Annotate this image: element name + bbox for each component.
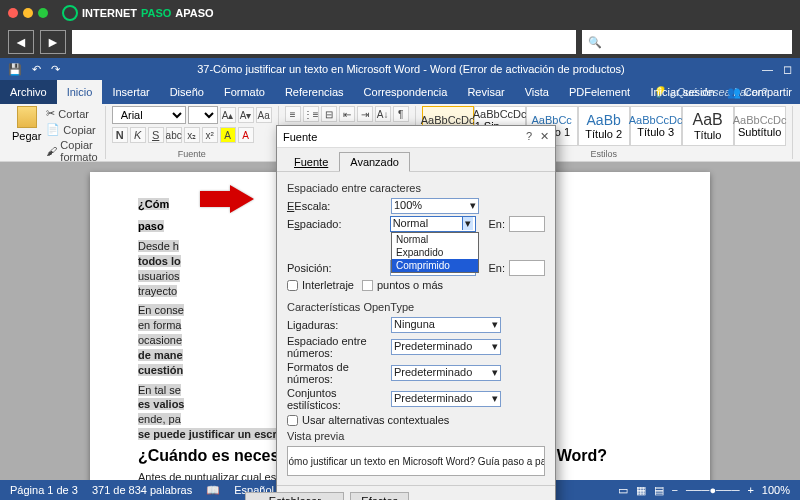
zoom-level[interactable]: 100%	[762, 484, 790, 496]
tab-advanced[interactable]: Avanzado	[339, 152, 410, 172]
window-minimize-icon[interactable]: —	[762, 63, 773, 75]
section-character-spacing: Espaciado entre caracteres	[287, 182, 545, 194]
contextual-checkbox[interactable]	[287, 415, 298, 426]
forward-button[interactable]: ►	[40, 30, 66, 54]
spacing-select[interactable]: Normal▾	[390, 216, 477, 232]
bold-button[interactable]: N	[112, 127, 128, 143]
text-effects-button[interactable]: Efectos de texto...	[350, 492, 409, 500]
zoom-out-icon[interactable]: −	[672, 484, 678, 496]
kerning-input[interactable]	[362, 280, 373, 291]
menu-file[interactable]: Archivo	[0, 80, 57, 104]
dialog-tabs: Fuente Avanzado	[277, 148, 555, 172]
menu-view[interactable]: Vista	[515, 80, 559, 104]
status-words[interactable]: 371 de 834 palabras	[92, 484, 192, 496]
redo-icon[interactable]: ↷	[51, 63, 60, 76]
underline-button[interactable]: S	[148, 127, 164, 143]
scale-select[interactable]: 100%▾	[391, 198, 479, 214]
close-window-icon[interactable]	[8, 8, 18, 18]
status-spellcheck-icon[interactable]: 📖	[206, 484, 220, 497]
style-preview: AaB	[693, 111, 723, 129]
signin-link[interactable]: Iniciar sesión	[650, 86, 714, 98]
ligatures-select[interactable]: Ninguna▾	[391, 317, 501, 333]
set-default-button[interactable]: Establecer como predeterminado	[245, 492, 344, 500]
increase-indent-icon[interactable]: ⇥	[357, 106, 373, 122]
position-by-input[interactable]	[509, 260, 545, 276]
dialog-close-icon[interactable]: ✕	[540, 130, 549, 143]
menu-pdfelement[interactable]: PDFelement	[559, 80, 640, 104]
window-restore-icon[interactable]: ◻	[783, 63, 792, 76]
change-case-icon[interactable]: Aa	[256, 107, 272, 123]
menu-format[interactable]: Formato	[214, 80, 275, 104]
spacing-option-expanded[interactable]: Expandido	[392, 246, 478, 259]
numspacing-select[interactable]: Predeterminado▾	[391, 339, 501, 355]
highlight-button[interactable]: A	[220, 127, 236, 143]
subscript-button[interactable]: x₂	[184, 127, 200, 143]
paste-label: Pegar	[12, 130, 41, 142]
decrease-indent-icon[interactable]: ⇤	[339, 106, 355, 122]
dialog-help-icon[interactable]: ?	[526, 130, 532, 143]
style-heading3[interactable]: AaBbCcDcTítulo 3	[630, 106, 682, 146]
logo-icon	[62, 5, 78, 21]
share-button[interactable]: 👥 Compartir	[727, 86, 792, 99]
undo-icon[interactable]: ↶	[32, 63, 41, 76]
tab-font[interactable]: Fuente	[283, 152, 339, 171]
style-heading2[interactable]: AaBbTítulo 2	[578, 106, 630, 146]
paste-button[interactable]: Pegar	[12, 106, 41, 142]
menu-insert[interactable]: Insertar	[102, 80, 159, 104]
menu-design[interactable]: Diseño	[160, 80, 214, 104]
view-print-icon[interactable]: ▦	[636, 484, 646, 497]
dialog-titlebar[interactable]: Fuente ? ✕	[277, 126, 555, 148]
font-dialog: Fuente ? ✕ Fuente Avanzado Espaciado ent…	[276, 125, 556, 500]
preview-box: ¿Cómo justificar un texto en Microsoft W…	[287, 446, 545, 476]
minimize-window-icon[interactable]	[23, 8, 33, 18]
font-family-select[interactable]: Arial	[112, 106, 186, 124]
menu-review[interactable]: Revisar	[457, 80, 514, 104]
font-color-button[interactable]: A	[238, 127, 254, 143]
grow-font-icon[interactable]: A▴	[220, 107, 236, 123]
svg-marker-0	[200, 185, 254, 213]
kerning-checkbox[interactable]	[287, 280, 298, 291]
style-name: Subtítulo	[738, 126, 781, 138]
strike-button[interactable]: abc	[166, 127, 182, 143]
url-input[interactable]	[72, 30, 576, 54]
cut-button[interactable]: ✂ Cortar	[45, 106, 98, 121]
font-size-select[interactable]: 1	[188, 106, 218, 124]
menu-home[interactable]: Inicio	[57, 80, 103, 104]
zoom-in-icon[interactable]: +	[747, 484, 753, 496]
kerning-label: Interletraje	[302, 279, 354, 291]
view-web-icon[interactable]: ▤	[654, 484, 664, 497]
multilevel-icon[interactable]: ⊟	[321, 106, 337, 122]
sort-icon[interactable]: A↓	[375, 106, 391, 122]
back-button[interactable]: ◄	[8, 30, 34, 54]
spacing-by-input[interactable]	[509, 216, 545, 232]
style-subtitle[interactable]: AaBbCcDcSubtítulo	[734, 106, 786, 146]
zoom-slider[interactable]: ───●───	[686, 484, 739, 496]
status-page[interactable]: Página 1 de 3	[10, 484, 78, 496]
shrink-font-icon[interactable]: A▾	[238, 107, 254, 123]
bullets-icon[interactable]: ≡	[285, 106, 301, 122]
spacing-option-normal[interactable]: Normal	[392, 233, 478, 246]
ribbon-clipboard-group: Pegar ✂ Cortar 📄 Copiar 🖌 Copiar formato…	[6, 106, 106, 159]
annotation-arrow-icon	[200, 185, 254, 215]
copy-button[interactable]: 📄 Copiar	[45, 122, 98, 137]
numforms-select[interactable]: Predeterminado▾	[391, 365, 501, 381]
menu-references[interactable]: Referencias	[275, 80, 354, 104]
scale-label: EEscala:	[287, 200, 387, 212]
search-input[interactable]	[582, 30, 792, 54]
style-title[interactable]: AaBTítulo	[682, 106, 734, 146]
maximize-window-icon[interactable]	[38, 8, 48, 18]
superscript-button[interactable]: x²	[202, 127, 218, 143]
numbering-icon[interactable]: ⋮≡	[303, 106, 319, 122]
view-readmode-icon[interactable]: ▭	[618, 484, 628, 497]
italic-button[interactable]: K	[130, 127, 146, 143]
logo-text-1: INTERNET	[82, 7, 137, 19]
save-icon[interactable]: 💾	[8, 63, 22, 76]
stylistic-select[interactable]: Predeterminado▾	[391, 391, 501, 407]
browser-navbar: ◄ ►	[0, 26, 800, 58]
spacing-option-condensed[interactable]: Comprimido	[392, 259, 478, 272]
format-painter-button[interactable]: 🖌 Copiar formato	[45, 138, 98, 164]
menu-mailings[interactable]: Correspondencia	[354, 80, 458, 104]
show-marks-icon[interactable]: ¶	[393, 106, 409, 122]
dialog-body: Espaciado entre caracteres EEscala: 100%…	[277, 172, 555, 485]
logo-text-2: PASO	[141, 7, 171, 19]
